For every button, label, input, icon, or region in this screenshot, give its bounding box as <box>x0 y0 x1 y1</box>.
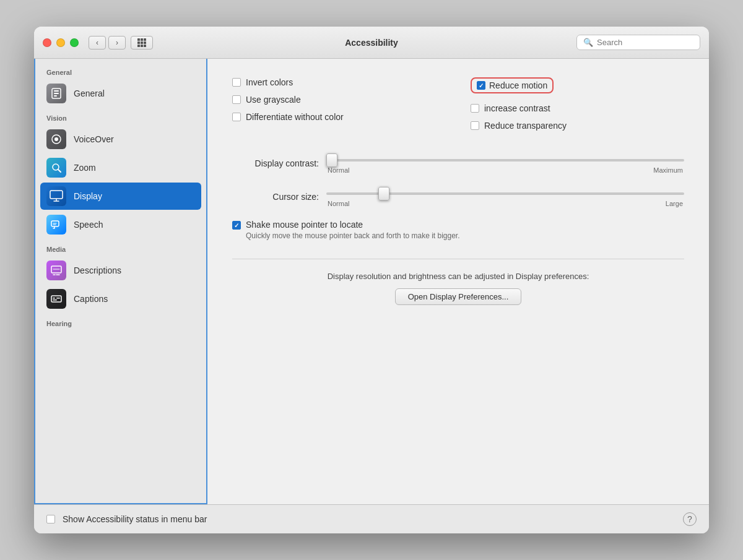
increase-contrast-checkbox[interactable] <box>471 104 479 113</box>
svg-rect-20 <box>56 298 60 299</box>
display-prefs-text: Display resolution and brightness can be… <box>328 272 589 281</box>
captions-icon <box>46 289 66 309</box>
reduce-motion-checkbox[interactable] <box>477 81 485 90</box>
sidebar-section-general-label: General <box>40 66 201 80</box>
cursor-size-section: Cursor size: Normal Large <box>232 186 684 207</box>
shake-mouse-title: Shake mouse pointer to locate <box>246 220 460 230</box>
differentiate-color-checkbox[interactable] <box>232 113 241 121</box>
shake-mouse-description: Quickly move the mouse pointer back and … <box>246 231 460 240</box>
increase-contrast-label: increase contrast <box>484 103 550 113</box>
reduce-motion-label: Reduce motion <box>489 80 547 90</box>
sidebar-item-general[interactable]: General <box>40 80 201 107</box>
sidebar-section-hearing-label: Hearing <box>40 317 201 331</box>
shake-text-block: Shake mouse pointer to locate Quickly mo… <box>246 220 460 240</box>
sidebar: General General Vision <box>34 59 207 504</box>
content-area: General General Vision <box>34 59 709 504</box>
sidebar-item-zoom[interactable]: Zoom <box>40 154 201 181</box>
forward-button[interactable]: › <box>108 36 126 50</box>
invert-colors-row: Invert colors <box>232 77 446 87</box>
search-icon: 🔍 <box>583 38 593 47</box>
sidebar-item-voiceover[interactable]: VoiceOver <box>40 126 201 153</box>
voiceover-icon <box>46 129 66 149</box>
maximize-button[interactable] <box>70 38 79 47</box>
checkboxes-grid: Invert colors Use grayscale Differentiat… <box>232 77 684 138</box>
close-button[interactable] <box>43 38 51 47</box>
display-contrast-section: Display contrast: Normal Maximum <box>232 153 684 174</box>
search-box[interactable]: 🔍 <box>576 35 700 50</box>
cursor-max-label: Large <box>666 200 683 207</box>
sidebar-item-captions[interactable]: Captions <box>40 285 201 312</box>
contrast-min-label: Normal <box>328 166 349 174</box>
reduce-transparency-label: Reduce transparency <box>484 121 567 131</box>
svg-rect-18 <box>51 296 61 302</box>
use-grayscale-label: Use grayscale <box>246 95 301 105</box>
sidebar-item-general-label: General <box>74 88 105 98</box>
display-contrast-label: Display contrast: <box>232 158 319 168</box>
nav-buttons: ‹ › <box>89 36 126 50</box>
sidebar-item-captions-label: Captions <box>74 294 108 304</box>
open-display-prefs-button[interactable]: Open Display Preferences... <box>395 288 522 305</box>
general-icon <box>46 84 66 103</box>
differentiate-color-label: Differentiate without color <box>246 112 344 122</box>
svg-point-5 <box>54 137 58 141</box>
cursor-min-label: Normal <box>328 200 349 207</box>
search-input[interactable] <box>597 38 693 47</box>
help-button[interactable]: ? <box>683 512 697 526</box>
sidebar-item-zoom-label: Zoom <box>74 163 96 173</box>
sidebar-item-descriptions[interactable]: Descriptions <box>40 257 201 284</box>
reduce-motion-row: Reduce motion <box>471 77 684 93</box>
traffic-lights <box>43 38 79 47</box>
reduce-motion-highlight: Reduce motion <box>471 77 554 93</box>
window-title: Accessibility <box>345 38 398 48</box>
display-icon <box>46 186 66 206</box>
sidebar-section-media-label: Media <box>40 243 201 257</box>
svg-rect-3 <box>54 95 57 97</box>
increase-contrast-row: increase contrast <box>471 103 684 113</box>
shake-mouse-checkbox[interactable] <box>232 221 241 230</box>
shake-mouse-section: Shake mouse pointer to locate Quickly mo… <box>232 220 684 240</box>
reduce-transparency-checkbox[interactable] <box>471 121 479 130</box>
svg-line-7 <box>58 170 61 172</box>
invert-colors-label: Invert colors <box>246 77 293 87</box>
differentiate-color-row: Differentiate without color <box>232 112 446 122</box>
use-grayscale-row: Use grayscale <box>232 95 446 105</box>
accessibility-window: ‹ › Accessibility 🔍 General <box>34 27 709 533</box>
sidebar-item-voiceover-label: VoiceOver <box>74 134 114 144</box>
grid-view-button[interactable] <box>131 36 153 50</box>
sidebar-item-descriptions-label: Descriptions <box>74 265 121 275</box>
display-contrast-slider[interactable] <box>326 159 684 162</box>
cursor-size-slider[interactable] <box>326 192 684 195</box>
svg-rect-8 <box>50 191 63 199</box>
display-contrast-labels: Normal Maximum <box>326 166 684 174</box>
svg-rect-1 <box>54 90 59 92</box>
display-contrast-slider-container: Normal Maximum <box>326 153 684 174</box>
zoom-icon <box>46 158 66 178</box>
sidebar-item-display-label: Display <box>74 191 102 201</box>
descriptions-icon <box>46 261 66 280</box>
sidebar-section-vision-label: Vision <box>40 112 201 126</box>
sidebar-item-display[interactable]: Display <box>40 183 201 210</box>
use-grayscale-checkbox[interactable] <box>232 95 241 104</box>
back-button[interactable]: ‹ <box>89 36 106 50</box>
svg-rect-19 <box>53 298 55 299</box>
bottom-bar: Show Accessibility status in menu bar ? <box>34 504 709 533</box>
sidebar-item-speech[interactable]: Speech <box>40 211 201 238</box>
cursor-size-label: Cursor size: <box>232 192 319 202</box>
cursor-size-row: Cursor size: Normal Large <box>232 186 684 207</box>
show-accessibility-checkbox[interactable] <box>46 515 55 523</box>
display-prefs-section: Display resolution and brightness can be… <box>232 272 684 305</box>
display-contrast-row: Display contrast: Normal Maximum <box>232 153 684 174</box>
sidebar-item-speech-label: Speech <box>74 220 103 230</box>
right-checkboxes: Reduce motion increase contrast Reduce t… <box>471 77 684 138</box>
invert-colors-checkbox[interactable] <box>232 78 241 87</box>
cursor-size-labels: Normal Large <box>326 200 684 207</box>
svg-rect-21 <box>53 299 57 301</box>
speech-icon <box>46 215 66 235</box>
svg-rect-2 <box>54 93 59 94</box>
divider <box>232 259 684 259</box>
minimize-button[interactable] <box>56 38 65 47</box>
contrast-max-label: Maximum <box>653 166 683 174</box>
titlebar: ‹ › Accessibility 🔍 <box>34 27 709 59</box>
left-checkboxes: Invert colors Use grayscale Differentiat… <box>232 77 446 138</box>
reduce-transparency-row: Reduce transparency <box>471 121 684 131</box>
